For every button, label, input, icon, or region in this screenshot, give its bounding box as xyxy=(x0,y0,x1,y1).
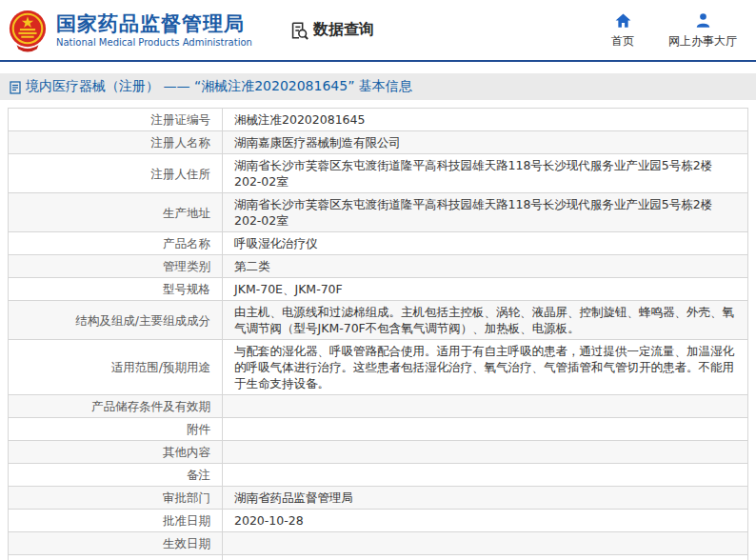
row-value xyxy=(223,418,748,441)
row-value: 湖南省长沙市芙蓉区东屯渡街道隆平高科技园雄天路118号长沙现代服务业产业园5号栋… xyxy=(223,154,748,193)
table-row: 注册证编号湘械注准20202081645 xyxy=(9,109,748,131)
site-title-cn: 国家药品监督管理局 xyxy=(56,12,252,35)
row-label: 注册人名称 xyxy=(9,131,223,154)
nav-item-service-hall[interactable]: 网上办事大厅 xyxy=(668,11,737,50)
row-label: 管理类别 xyxy=(9,255,223,278)
national-emblem-logo xyxy=(8,10,48,53)
data-query-section[interactable]: 数据查询 xyxy=(288,20,374,41)
row-value: JKM-70E、JKM-70F xyxy=(223,278,748,301)
table-row: 管理类别第二类 xyxy=(9,255,748,278)
row-value xyxy=(223,532,748,555)
info-table-body: 注册证编号湘械注准20202081645注册人名称湖南嘉康医疗器械制造有限公司注… xyxy=(9,109,748,560)
table-row: 适用范围/预期用途与配套的湿化器、呼吸管路配合使用。适用于有自主呼吸的患者，通过… xyxy=(9,340,748,395)
table-row: 批准日期2020-10-28 xyxy=(9,510,748,532)
row-value: 2025-10-27 xyxy=(223,555,748,560)
row-label: 审批部门 xyxy=(9,487,223,510)
row-value xyxy=(223,441,748,464)
nav-item-label: 首页 xyxy=(611,33,634,50)
site-title-en: National Medical Products Administration xyxy=(56,37,252,49)
row-label: 注册人住所 xyxy=(9,154,223,193)
row-label: 生效日期 xyxy=(9,532,223,555)
row-value xyxy=(223,464,748,487)
row-label: 产品储存条件及有效期 xyxy=(9,395,223,418)
table-row: 生效日期 xyxy=(9,532,748,555)
nav-item-label: 网上办事大厅 xyxy=(668,33,737,50)
table-row: 生产地址湖南省长沙市芙蓉区东屯渡街道隆平高科技园雄天路118号长沙现代服务业产业… xyxy=(9,193,748,232)
row-label: 批准日期 xyxy=(9,510,223,532)
table-row: 结构及组成/主要组成成分由主机、电源线和过滤棉组成。主机包括主控板、涡轮、液晶屏… xyxy=(9,301,748,340)
table-row: 产品储存条件及有效期 xyxy=(9,395,748,418)
row-label: 有效期至 xyxy=(9,555,223,560)
table-row: 注册人名称湖南嘉康医疗器械制造有限公司 xyxy=(9,131,748,154)
table-row: 产品名称呼吸湿化治疗仪 xyxy=(9,232,748,255)
row-value xyxy=(223,395,748,418)
row-label: 型号规格 xyxy=(9,278,223,301)
row-value: 与配套的湿化器、呼吸管路配合使用。适用于有自主呼吸的患者，通过提供一定流量、加温… xyxy=(223,340,748,395)
row-value: 第二类 xyxy=(223,255,748,278)
row-label: 适用范围/预期用途 xyxy=(9,340,223,395)
row-value: 湖南省药品监督管理局 xyxy=(223,487,748,510)
document-icon xyxy=(10,80,21,93)
table-row: 注册人住所湖南省长沙市芙蓉区东屯渡街道隆平高科技园雄天路118号长沙现代服务业产… xyxy=(9,154,748,193)
breadcrumb: 境内医疗器械（注册） —— “湘械注准20202081645” 基本信息 xyxy=(0,73,756,100)
row-label: 生产地址 xyxy=(9,193,223,232)
breadcrumb-text: 境内医疗器械（注册） —— “湘械注准20202081645” 基本信息 xyxy=(26,78,412,95)
table-row: 备注 xyxy=(9,464,748,487)
row-label: 其他内容 xyxy=(9,441,223,464)
person-icon xyxy=(694,11,712,30)
row-label: 结构及组成/主要组成成分 xyxy=(9,301,223,340)
document-search-icon xyxy=(288,20,309,41)
site-title: 国家药品监督管理局 National Medical Products Admi… xyxy=(56,12,252,49)
row-label: 产品名称 xyxy=(9,232,223,255)
table-row: 有效期至2025-10-27 xyxy=(9,555,748,560)
registration-info-table: 注册证编号湘械注准20202081645注册人名称湖南嘉康医疗器械制造有限公司注… xyxy=(8,108,748,560)
row-value: 湖南嘉康医疗器械制造有限公司 xyxy=(223,131,748,154)
row-label: 注册证编号 xyxy=(9,109,223,131)
table-row: 其他内容 xyxy=(9,441,748,464)
site-header: 国家药品监督管理局 National Medical Products Admi… xyxy=(0,0,756,62)
row-value: 湘械注准20202081645 xyxy=(223,109,748,131)
row-value: 由主机、电源线和过滤棉组成。主机包括主控板、涡轮、液晶屏、控制旋钮、蜂鸣器、外壳… xyxy=(223,301,748,340)
row-value: 湖南省长沙市芙蓉区东屯渡街道隆平高科技园雄天路118号长沙现代服务业产业园5号栋… xyxy=(223,193,748,232)
row-label: 附件 xyxy=(9,418,223,441)
row-label: 备注 xyxy=(9,464,223,487)
data-query-label: 数据查询 xyxy=(313,20,374,40)
nav-item-home[interactable]: 首页 xyxy=(602,11,644,50)
header-nav: 首页 网上办事大厅 xyxy=(602,11,737,50)
row-value: 2020-10-28 xyxy=(223,510,748,532)
table-row: 型号规格JKM-70E、JKM-70F xyxy=(9,278,748,301)
home-icon xyxy=(614,11,632,30)
table-row: 附件 xyxy=(9,418,748,441)
row-value: 呼吸湿化治疗仪 xyxy=(223,232,748,255)
table-row: 审批部门湖南省药品监督管理局 xyxy=(9,487,748,510)
